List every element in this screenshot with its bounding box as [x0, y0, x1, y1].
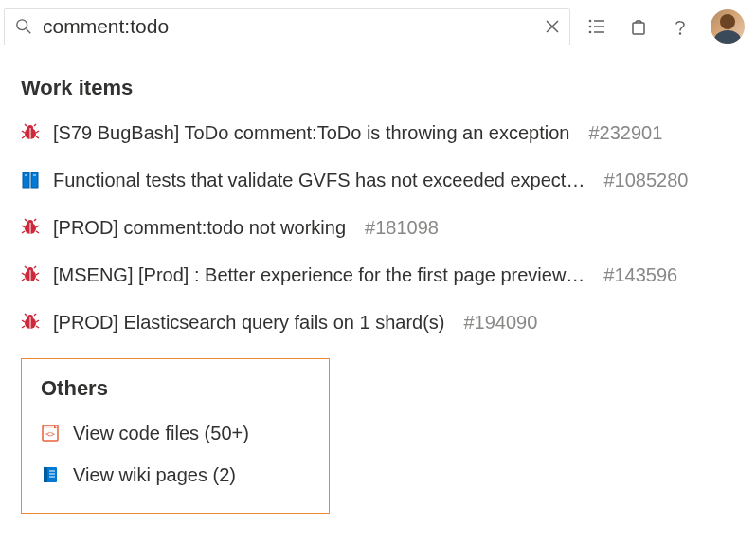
svg-point-28 — [589, 26, 592, 28]
bug-icon — [21, 218, 40, 237]
work-item-title: [PROD] comment:todo not working — [53, 216, 346, 239]
work-item-row[interactable]: [PROD] comment:todo not working #181098 — [21, 216, 735, 239]
svg-point-22 — [17, 20, 27, 30]
others-section: Others View code files (50+) View wiki p… — [21, 358, 330, 514]
work-item-id: #143596 — [603, 263, 677, 286]
wiki-icon — [41, 465, 60, 484]
list-icon[interactable] — [578, 8, 616, 45]
work-item-title: [PROD] Elasticsearch query fails on 1 sh… — [53, 311, 445, 334]
header-bar — [0, 0, 756, 53]
svg-rect-32 — [633, 23, 644, 34]
others-heading: Others — [41, 376, 310, 401]
bug-icon — [21, 265, 40, 284]
others-item-code[interactable]: View code files (50+) — [41, 422, 310, 444]
svg-line-23 — [27, 29, 31, 34]
work-item-title: [MSENG] [Prod] : Better experience for t… — [53, 263, 585, 286]
search-box[interactable] — [4, 8, 570, 45]
work-items-heading: Work items — [21, 76, 735, 100]
work-item-row[interactable]: [S79 BugBash] ToDo comment:ToDo is throw… — [21, 121, 735, 144]
clear-search-icon[interactable] — [545, 8, 560, 45]
others-item-label: View wiki pages (2) — [73, 463, 236, 486]
code-file-icon — [41, 424, 60, 443]
bag-icon[interactable] — [620, 8, 657, 45]
svg-point-26 — [589, 20, 592, 23]
work-item-id: #232901 — [589, 121, 663, 144]
others-item-label: View code files (50+) — [73, 422, 249, 444]
work-item-title: [S79 BugBash] ToDo comment:ToDo is throw… — [53, 121, 570, 144]
svg-point-33 — [679, 32, 681, 34]
bug-icon — [21, 313, 40, 332]
work-item-row[interactable]: Functional tests that validate GVFS has … — [21, 169, 735, 191]
others-item-wiki[interactable]: View wiki pages (2) — [41, 463, 310, 486]
search-input[interactable] — [43, 15, 535, 38]
svg-point-30 — [589, 31, 592, 34]
work-item-id: #181098 — [365, 216, 439, 239]
work-item-row[interactable]: [PROD] Elasticsearch query fails on 1 sh… — [21, 311, 735, 334]
avatar[interactable] — [711, 9, 745, 44]
bug-icon — [21, 123, 40, 142]
work-item-row[interactable]: [MSENG] [Prod] : Better experience for t… — [21, 263, 735, 286]
search-results: Work items [S79 BugBash] ToDo comment:To… — [0, 53, 756, 523]
help-icon[interactable] — [661, 8, 699, 45]
search-icon — [14, 17, 33, 36]
book-icon — [21, 171, 40, 190]
work-item-id: #1085280 — [603, 169, 688, 191]
work-item-id: #194090 — [464, 311, 538, 334]
work-item-title: Functional tests that validate GVFS has … — [53, 169, 585, 191]
